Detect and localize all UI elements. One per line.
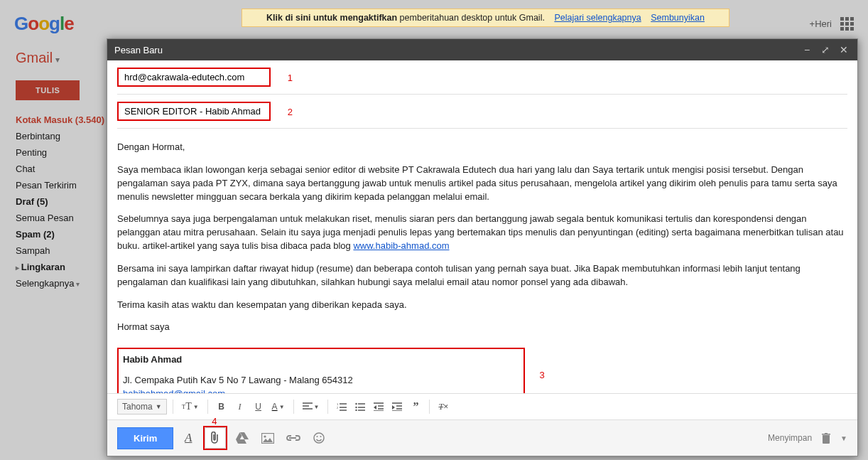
insert-emoji-button[interactable] xyxy=(308,427,330,449)
insert-link-button[interactable] xyxy=(283,427,304,449)
compose-title: Pesan Baru xyxy=(114,45,163,55)
discard-draft-button[interactable] xyxy=(822,433,830,444)
indent-more-button[interactable] xyxy=(389,398,405,415)
bullet-list-button[interactable] xyxy=(352,398,368,415)
notif-learn-more[interactable]: Pelajari selengkapnya xyxy=(554,13,641,23)
svg-point-6 xyxy=(264,435,266,437)
quote-button[interactable]: ” xyxy=(408,398,423,415)
annotation-4: 4 xyxy=(212,416,217,427)
send-button[interactable]: Kirim xyxy=(117,427,173,449)
body-p2: Sebelumnya saya juga berpengalaman untuk… xyxy=(117,213,847,253)
font-size-button[interactable]: TT▼ xyxy=(179,398,202,415)
signature-block: Habib Ahmad Jl. Cempaka Putih Kav 5 No 7… xyxy=(117,348,525,393)
notif-hide[interactable]: Sembunyikan xyxy=(651,13,705,23)
compose-button[interactable]: TULIS xyxy=(16,80,80,100)
indent-less-button[interactable] xyxy=(371,398,386,415)
svg-point-7 xyxy=(314,433,324,443)
blog-link[interactable]: www.habib-ahmad.com xyxy=(353,240,449,251)
svg-point-3 xyxy=(356,407,357,408)
subject-field-row[interactable]: 2 xyxy=(117,95,847,129)
formatting-toggle-button[interactable]: A xyxy=(178,427,199,449)
bold-button[interactable]: B xyxy=(214,398,229,415)
annotation-2: 2 xyxy=(288,107,293,117)
sidebar-item[interactable]: Draf (5) xyxy=(16,193,107,210)
to-field-row[interactable]: 1 xyxy=(117,60,847,95)
more-options-button[interactable]: ▼ xyxy=(840,434,847,442)
apps-grid-icon[interactable] xyxy=(840,17,854,31)
annotation-3: 3 xyxy=(540,369,545,383)
align-button[interactable]: ▼ xyxy=(300,398,322,415)
desktop-notification-banner[interactable]: Klik di sini untuk mengaktifkan pemberit… xyxy=(242,9,729,27)
sidebar-item[interactable]: Sampah xyxy=(16,242,107,259)
sig-name: Habib Ahmad xyxy=(123,353,353,367)
font-family-select[interactable]: Tahoma▼ xyxy=(117,399,167,414)
send-toolbar: Kirim A 4 Menyimpan ▼ xyxy=(107,419,857,456)
svg-point-8 xyxy=(317,436,318,437)
sidebar-item[interactable]: Lingkaran xyxy=(16,259,107,275)
sig-email[interactable]: habibahmad@gmail.com xyxy=(123,388,225,393)
minimize-icon[interactable]: − xyxy=(801,44,813,55)
attach-file-button[interactable] xyxy=(205,427,226,449)
notif-bold: Klik di sini untuk mengaktifkan xyxy=(266,13,397,23)
sidebar-item[interactable]: Kotak Masuk (3.540) xyxy=(16,112,107,128)
sig-address: Jl. Cempaka Putih Kav 5 No 7 Lawang - Ma… xyxy=(123,374,353,387)
sidebar-item[interactable]: Selengkapnya xyxy=(16,275,107,291)
user-plus-link[interactable]: +Heri xyxy=(810,18,832,29)
sidebar-item[interactable]: Spam (2) xyxy=(16,226,107,242)
numbered-list-button[interactable]: 12 xyxy=(334,398,349,415)
compose-window: Pesan Baru − ⤢ ✕ 1 2 Dengan Hormat, Saya… xyxy=(107,38,858,456)
sidebar-item[interactable]: Pesan Terkirim xyxy=(16,177,107,193)
sidebar-item[interactable]: Berbintang xyxy=(16,128,107,144)
sidebar: Gmail TULIS Kotak Masuk (3.540)Berbintan… xyxy=(0,43,107,460)
gmail-dropdown[interactable]: Gmail xyxy=(16,50,107,66)
popout-icon[interactable]: ⤢ xyxy=(819,44,832,55)
annotation-1: 1 xyxy=(288,73,293,83)
svg-text:2: 2 xyxy=(337,406,339,410)
sidebar-item[interactable]: Penting xyxy=(16,144,107,161)
saving-status: Menyimpan xyxy=(768,433,812,443)
body-salutation: Dengan Hormat, xyxy=(117,141,847,154)
notif-text: pemberitahuan desktop untuk Gmail. xyxy=(400,13,545,23)
format-toolbar: Tahoma▼ TT▼ B I U A▼ ▼ 12 ” xyxy=(107,393,857,419)
compose-body-editor[interactable]: Dengan Hormat, Saya membaca iklan lowong… xyxy=(107,129,857,393)
body-p3: Bersama ini saya lampirkan daftar riwaya… xyxy=(117,262,847,289)
text-color-button[interactable]: A▼ xyxy=(269,398,288,415)
subject-input[interactable] xyxy=(123,105,265,117)
sidebar-item[interactable]: Semua Pesan xyxy=(16,210,107,226)
body-p4: Terima kasih atas waktu dan kesempatan y… xyxy=(117,299,847,312)
svg-point-2 xyxy=(356,403,357,405)
compose-titlebar[interactable]: Pesan Baru − ⤢ ✕ xyxy=(107,39,857,60)
italic-button[interactable]: I xyxy=(232,398,248,415)
insert-drive-button[interactable] xyxy=(232,427,253,449)
close-icon[interactable]: ✕ xyxy=(837,44,850,55)
sidebar-item[interactable]: Chat xyxy=(16,161,107,177)
svg-point-9 xyxy=(320,436,322,437)
body-p1: Saya membaca iklan lowongan kerja sebaga… xyxy=(117,164,847,204)
svg-point-4 xyxy=(356,410,357,411)
body-closing: Hormat saya xyxy=(117,321,847,334)
underline-button[interactable]: U xyxy=(251,398,266,415)
insert-photo-button[interactable] xyxy=(257,427,278,449)
remove-formatting-button[interactable]: T✕ xyxy=(435,398,452,415)
to-input[interactable] xyxy=(123,71,265,83)
